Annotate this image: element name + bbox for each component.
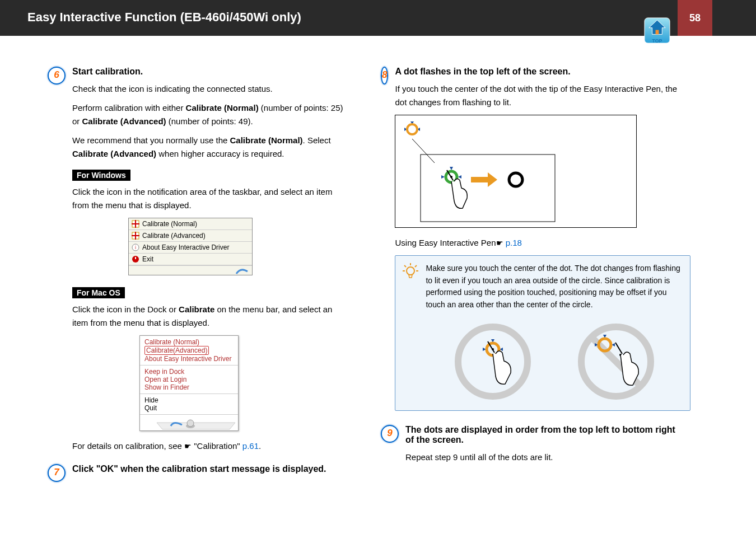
step-8-p1: If you touch the center of the dot with …: [395, 82, 690, 109]
pen-reference: Using Easy Interactive Pen☛ p.18: [395, 236, 690, 250]
svg-point-14: [187, 420, 194, 427]
step-6-p1: Check that the icon is indicating the co…: [72, 82, 350, 96]
svg-line-23: [404, 265, 406, 267]
pointer-icon: ☛: [184, 442, 192, 451]
svg-point-27: [407, 267, 414, 275]
svg-line-24: [415, 265, 417, 267]
mac-instruction: Click the icon in the Dock or Calibrate …: [72, 303, 350, 330]
pointer-icon: ☛: [496, 238, 503, 247]
tip-box: Make sure you touch the center of the do…: [395, 255, 690, 411]
svg-line-36: [615, 343, 622, 354]
link-p61[interactable]: p.61: [242, 441, 259, 451]
svg-point-15: [407, 124, 417, 134]
tip-figure: [426, 317, 683, 404]
step-9-p1: Repeat step 9 until all of the dots are …: [405, 451, 683, 464]
step-8-title: A dot flashes in the top left of the scr…: [395, 67, 690, 77]
link-p18[interactable]: p.18: [506, 238, 522, 247]
win-instruction: Click the icon in the notification area …: [72, 185, 350, 212]
tip-text: Make sure you touch the center of the do…: [426, 263, 683, 311]
windows-menu-figure: Calibrate (Normal) Calibrate (Advanced) …: [128, 218, 253, 275]
step-6-p3: We recommend that you normally use the C…: [72, 134, 350, 161]
for-mac-label: For Mac OS: [72, 287, 125, 298]
page-header: Easy Interactive Function (EB-460i/450Wi…: [0, 0, 756, 36]
home-top-icon[interactable]: TOP: [643, 17, 671, 44]
step-7-badge: 7: [48, 464, 66, 482]
svg-rect-1: [656, 30, 659, 35]
mac-menu-figure: Calibrate (Normal) Calibrate(Advanced) A…: [139, 335, 239, 431]
svg-rect-17: [421, 154, 555, 222]
svg-text:i: i: [135, 245, 136, 250]
step-9-title: The dots are displayed in order from the…: [405, 425, 683, 445]
dot-touch-figure: [395, 115, 637, 228]
step-6-p2: Perform calibration with either Calibrat…: [72, 101, 350, 128]
lightbulb-icon: [402, 263, 419, 404]
right-column: 8 A dot flashes in the top left of the s…: [381, 67, 683, 488]
svg-line-16: [412, 139, 435, 163]
step-7-title: Click "OK" when the calibration start me…: [72, 464, 350, 474]
page-title: Easy Interactive Function (EB-460i/450Wi…: [27, 10, 301, 25]
svg-point-21: [509, 173, 522, 186]
for-windows-label: For Windows: [72, 170, 130, 181]
step-8-badge: 8: [381, 67, 388, 85]
page-number: 58: [678, 0, 712, 36]
svg-point-28: [458, 327, 528, 396]
step-6-title: Start calibration.: [72, 67, 350, 77]
step-9-badge: 9: [381, 425, 399, 443]
calibration-details: For details on calibration, see ☛ "Calib…: [72, 439, 350, 453]
step-6-badge: 6: [48, 67, 66, 85]
svg-text:TOP: TOP: [652, 38, 662, 44]
left-column: 6 Start calibration. Check that the icon…: [48, 67, 350, 488]
